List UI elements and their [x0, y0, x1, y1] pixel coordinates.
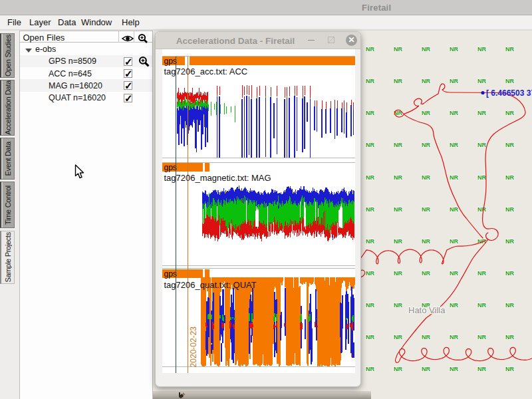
svg-text:NR: NR — [505, 46, 514, 53]
svg-text:NR: NR — [366, 46, 374, 53]
svg-text:NR: NR — [450, 142, 458, 148]
svg-text:NR: NR — [394, 174, 402, 181]
svg-text:NR: NR — [450, 334, 458, 340]
svg-text:[ 6.466503 37: [ 6.466503 37 — [486, 88, 532, 98]
svg-text:NR: NR — [505, 270, 514, 277]
svg-text:NR: NR — [394, 302, 402, 309]
svg-text:NR: NR — [505, 78, 514, 84]
svg-text:NR: NR — [477, 270, 486, 277]
svg-text:NR: NR — [394, 334, 402, 340]
svg-text:NR: NR — [477, 78, 486, 84]
svg-text:NR: NR — [366, 366, 374, 372]
svg-text:NR: NR — [505, 334, 514, 340]
svg-text:NR: NR — [366, 142, 374, 148]
svg-text:NR: NR — [477, 302, 486, 309]
svg-text:NR: NR — [450, 174, 458, 181]
svg-text:NR: NR — [477, 46, 486, 53]
svg-text:NR: NR — [505, 366, 514, 372]
svg-text:NR: NR — [477, 334, 486, 340]
svg-text:NR: NR — [394, 78, 402, 84]
svg-text:NR: NR — [450, 366, 458, 372]
svg-text:NR: NR — [422, 78, 430, 84]
svg-text:NR: NR — [477, 142, 486, 148]
svg-text:NR: NR — [450, 78, 458, 84]
svg-text:Hato Villa: Hato Villa — [408, 305, 446, 315]
svg-text:NR: NR — [422, 142, 430, 148]
svg-text:NR: NR — [505, 174, 514, 181]
svg-text:NR: NR — [366, 174, 374, 181]
svg-text:NR: NR — [366, 206, 374, 213]
svg-text:NR: NR — [422, 366, 430, 372]
svg-text:NR: NR — [477, 206, 486, 213]
svg-text:NR: NR — [422, 334, 430, 340]
svg-text:NR: NR — [422, 46, 430, 53]
svg-text:NR: NR — [450, 46, 458, 53]
svg-text:NR: NR — [366, 238, 374, 245]
svg-text:NR: NR — [394, 142, 402, 148]
svg-text:NR: NR — [505, 302, 514, 309]
svg-text:NR: NR — [505, 206, 514, 213]
svg-text:NR: NR — [366, 334, 374, 340]
svg-text:NR: NR — [366, 110, 374, 116]
svg-text:NR: NR — [505, 238, 514, 245]
svg-text:NR: NR — [450, 110, 458, 116]
svg-text:NR: NR — [505, 142, 514, 148]
svg-text:NR: NR — [422, 110, 430, 116]
svg-text:NR: NR — [366, 78, 374, 84]
svg-text:NR: NR — [477, 110, 486, 116]
svg-text:NR: NR — [366, 302, 374, 309]
svg-text:NR: NR — [505, 110, 514, 116]
svg-text:NR: NR — [477, 174, 486, 181]
svg-text:NR: NR — [394, 238, 402, 245]
svg-text:NR: NR — [422, 238, 430, 245]
svg-text:NR: NR — [422, 270, 430, 277]
svg-text:NR: NR — [394, 270, 402, 277]
svg-text:NR: NR — [450, 238, 458, 245]
svg-text:NR: NR — [422, 174, 430, 181]
svg-text:NR: NR — [394, 366, 402, 372]
svg-text:NR: NR — [394, 46, 402, 53]
svg-text:NR: NR — [394, 206, 402, 213]
svg-text:NR: NR — [450, 302, 458, 309]
svg-text:NR: NR — [422, 206, 430, 213]
svg-text:NR: NR — [366, 270, 374, 277]
svg-text:NR: NR — [450, 206, 458, 213]
svg-text:NR: NR — [450, 270, 458, 277]
svg-text:NR: NR — [477, 366, 486, 372]
